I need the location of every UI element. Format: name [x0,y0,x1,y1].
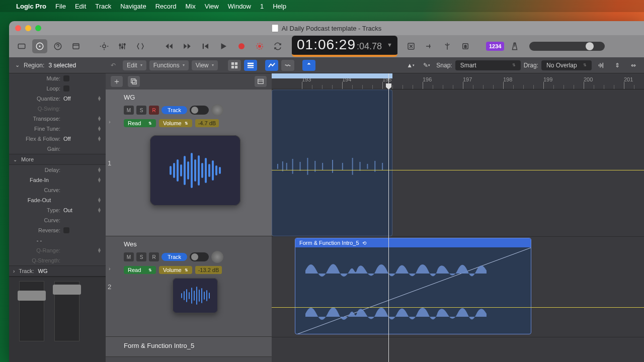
inspector-row[interactable]: Curve: [9,215,106,225]
mixer-button[interactable] [115,39,130,53]
stepper-icon[interactable]: ▲▼ [97,198,102,203]
list-view-icon[interactable] [244,60,257,71]
pointer-tool[interactable]: ▲▾ [404,60,417,71]
menu-1[interactable]: 1 [260,3,264,10]
region-header[interactable]: Form & Function Intro_5 ⟲ [295,238,531,247]
record-button[interactable] [233,39,250,53]
checkbox[interactable] [63,75,69,81]
audio-region[interactable]: Form & Function Intro_5 ⟲ [295,238,531,334]
tracks-area[interactable]: 193194195196197198199200201 [272,73,644,362]
inspector-value[interactable]: ▲▼ [68,198,102,203]
capture-record-button[interactable] [252,39,268,53]
stepper-icon[interactable]: ▲▼ [97,177,102,183]
inspector-row[interactable]: Flex & Follow:Off▲▼ [9,134,106,144]
inspector-value[interactable] [63,75,102,81]
inspector-value[interactable]: Off▲▼ [63,96,102,102]
input-monitor-toggle[interactable] [190,106,209,115]
menu-edit[interactable]: Edit [75,3,86,10]
automation-line[interactable] [272,170,644,170]
automation-param-select[interactable]: Volume⇅ [159,119,192,127]
mute-button[interactable]: M [124,252,134,261]
go-to-start-button[interactable] [197,39,213,53]
quick-help-button[interactable] [50,39,65,53]
track-header[interactable]: 2 › Wes M S R Track Read⇅ Volume⇅ [106,236,272,337]
cycle-range[interactable] [272,73,392,78]
disclosure-triangle[interactable]: › [109,119,111,125]
inspector-row[interactable]: Q-Swing: [9,104,106,114]
window-close-button[interactable] [15,25,21,31]
checkbox[interactable] [63,85,69,92]
inspector-row[interactable]: Fine Tune:▲▼ [9,124,106,134]
rewind-button[interactable] [161,39,177,53]
inspector-value[interactable] [63,227,102,233]
stepper-icon[interactable]: ▲▼ [97,248,102,253]
tuner-button[interactable] [440,39,455,53]
view-menu[interactable]: View▾ [192,60,218,70]
channel-fader[interactable] [54,281,79,341]
record-enable-button[interactable]: R [149,252,159,261]
record-enable-button[interactable]: R [149,106,159,115]
menu-track[interactable]: Track [95,3,111,10]
track-inspector-header[interactable]: › Track: WG [9,265,106,277]
inspector-row[interactable]: Q-Strength: [9,255,106,265]
stepper-icon[interactable]: ▲▼ [97,96,102,101]
input-monitor-toggle[interactable] [190,252,209,261]
drag-select[interactable]: No Overlap⇅ [541,60,592,70]
master-volume-slider[interactable] [529,42,605,51]
more-header[interactable]: ⌄More [9,154,106,165]
menu-record[interactable]: Record [155,3,177,10]
stepper-icon[interactable]: ▲▼ [97,126,102,131]
track-header[interactable]: 1 › WG M S R Track Read⇅ Volume⇅ [106,89,272,236]
window-zoom-button[interactable] [35,25,41,31]
track-name[interactable]: WG [124,94,267,101]
menu-window[interactable]: Window [228,3,251,10]
back-button[interactable]: ↶ [107,60,120,71]
inspector-row[interactable]: Reverse: [9,225,106,235]
automation-button[interactable] [265,60,278,71]
track-lane[interactable] [272,89,644,236]
catch-playhead-button[interactable] [302,60,315,71]
vertical-zoom-icon[interactable]: ⇕ [611,60,624,71]
track-type-pill[interactable]: Track [162,106,187,114]
track-name[interactable]: Form & Function Intro_5 [124,342,267,349]
automation-param-select[interactable]: Volume⇅ [159,266,192,274]
cycle-button[interactable] [270,39,286,53]
inspector-row[interactable]: Transpose:▲▼ [9,114,106,124]
inspector-value[interactable]: Out▲▼ [63,207,102,213]
inspector-row[interactable]: Fade-Out▲▼ [9,195,106,205]
menu-help[interactable]: Help [273,3,286,10]
low-latency-button[interactable] [422,39,437,53]
forward-button[interactable] [179,39,195,53]
inspector-row[interactable]: Type:Out▲▼ [9,205,106,215]
editors-button[interactable] [133,39,148,53]
library-button[interactable] [14,39,29,53]
pan-knob[interactable] [211,251,223,263]
inspector-row[interactable]: Fade-In▲▼ [9,175,106,185]
stepper-icon[interactable]: ▲▼ [97,208,102,213]
add-track-button[interactable]: ＋ [111,76,123,87]
region-inspector-header[interactable]: ⌄ Region: 3 selected [13,62,104,69]
audio-region[interactable] [272,89,392,236]
inspector-row[interactable]: Quantize:Off▲▼ [9,94,106,104]
functions-menu[interactable]: Functions▾ [149,60,189,70]
chevron-down-icon[interactable]: ▼ [387,42,392,48]
play-button[interactable] [215,39,231,53]
toolbar-button[interactable] [68,39,84,53]
solo-button[interactable]: S [136,106,146,115]
automation-mode-select[interactable]: Read⇅ [124,119,156,127]
menu-file[interactable]: File [55,3,66,10]
track-lane[interactable]: Form & Function Intro_5 ⟲ [272,236,644,337]
inspector-value[interactable]: ▲▼ [68,177,102,183]
inspector-value[interactable] [63,85,102,92]
lcd-display[interactable]: 01:06:29 :04.78 ▼ [292,36,397,57]
metronome-button[interactable] [507,39,522,53]
inspector-row[interactable]: Gain: [9,144,106,154]
playhead[interactable] [388,73,389,362]
solo-button[interactable]: S [458,39,473,53]
inspector-row[interactable]: Mute: [9,73,106,83]
inspector-row[interactable]: - - [9,235,106,245]
smart-controls-button[interactable] [97,39,112,53]
inspector-value[interactable]: ▲▼ [63,116,102,121]
pencil-tool[interactable]: ✎▾ [420,60,433,71]
waveform-zoom-icon[interactable] [595,60,608,71]
